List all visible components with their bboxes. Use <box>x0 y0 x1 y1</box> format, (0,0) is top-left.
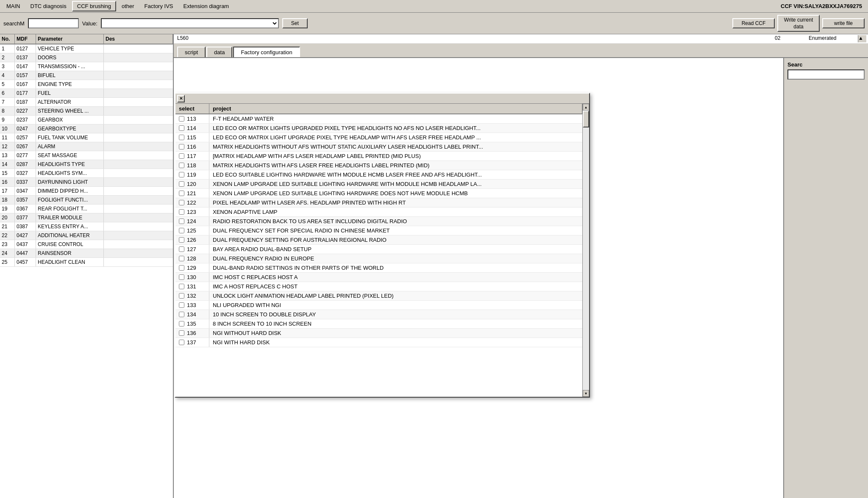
tab-factory-config[interactable]: Factory configuration <box>233 47 300 57</box>
project-checkbox[interactable] <box>179 172 184 177</box>
project-checkbox[interactable] <box>179 219 184 224</box>
project-select-cell[interactable]: 133 <box>175 301 209 310</box>
scroll-track[interactable] <box>583 111 589 390</box>
project-name: MATRIX HEADLIGHTS WITH AFS LASER FREE HE… <box>209 161 582 170</box>
table-body[interactable]: 1 0127 VEHICLE TYPE 2 0137 DOORS 3 0147 … <box>0 44 173 498</box>
project-checkbox[interactable] <box>179 191 184 196</box>
table-row[interactable]: 2 0137 DOORS <box>0 53 173 62</box>
menu-other[interactable]: other <box>117 1 139 11</box>
project-select-cell[interactable]: 137 <box>175 338 209 347</box>
project-checkbox[interactable] <box>179 153 184 159</box>
table-row[interactable]: 23 0437 CRUISE CONTROL <box>0 240 173 249</box>
project-select-cell[interactable]: 118 <box>175 161 209 170</box>
project-select-cell[interactable]: 127 <box>175 245 209 254</box>
search-panel-input[interactable] <box>787 69 865 80</box>
table-row[interactable]: 22 0427 ADDITIONAL HEATER <box>0 231 173 240</box>
table-row[interactable]: 8 0227 STEERING WHEEL ... <box>0 107 173 116</box>
project-checkbox[interactable] <box>179 163 184 168</box>
project-select-cell[interactable]: 135 <box>175 319 209 328</box>
project-name: RADIO RESTORATION BACK TO US AREA SET IN… <box>209 217 582 226</box>
read-ccf-button[interactable]: Read CCF <box>732 18 775 28</box>
table-row[interactable]: 19 0367 REAR FOGLIGHT T... <box>0 205 173 213</box>
project-checkbox[interactable] <box>179 228 184 233</box>
table-row[interactable]: 16 0337 DAYRUNNING LIGHT <box>0 178 173 187</box>
menu-ccf[interactable]: CCF brushing <box>72 1 116 11</box>
tab-script[interactable]: script <box>177 47 206 57</box>
project-checkbox[interactable] <box>179 200 184 205</box>
project-checkbox[interactable] <box>179 293 184 299</box>
popup-close-button[interactable]: ✕ <box>177 95 185 102</box>
project-checkbox[interactable] <box>179 321 184 326</box>
write-file-button[interactable]: write file <box>822 18 865 28</box>
project-select-cell[interactable]: 113 <box>175 114 209 123</box>
project-select-cell[interactable]: 122 <box>175 198 209 207</box>
project-checkbox[interactable] <box>179 302 184 308</box>
tab-data[interactable]: data <box>206 47 232 57</box>
project-select-cell[interactable]: 116 <box>175 142 209 151</box>
project-checkbox[interactable] <box>179 312 184 317</box>
scroll-thumb[interactable] <box>583 111 589 127</box>
project-checkbox[interactable] <box>179 265 184 271</box>
project-checkbox[interactable] <box>179 274 184 280</box>
project-select-cell[interactable]: 128 <box>175 254 209 263</box>
project-select-cell[interactable]: 120 <box>175 180 209 188</box>
table-row[interactable]: 15 0327 HEADLIGHTS SYM... <box>0 169 173 178</box>
project-select-cell[interactable]: 131 <box>175 282 209 291</box>
project-checkbox[interactable] <box>179 340 184 345</box>
value-select[interactable] <box>101 18 279 28</box>
project-checkbox[interactable] <box>179 181 184 187</box>
search-input[interactable] <box>28 18 79 28</box>
project-select-cell[interactable]: 117 <box>175 152 209 160</box>
table-row[interactable]: 6 0177 FUEL <box>0 89 173 98</box>
table-row[interactable]: 1 0127 VEHICLE TYPE <box>0 44 173 53</box>
menu-factory-ivs[interactable]: Factory IVS <box>140 1 178 11</box>
project-select-cell[interactable]: 114 <box>175 124 209 133</box>
menu-dtc[interactable]: DTC diagnosis <box>26 1 71 11</box>
project-select-cell[interactable]: 134 <box>175 310 209 319</box>
table-row[interactable]: 12 0267 ALARM <box>0 142 173 151</box>
popup-scrollbar[interactable]: ▲ ▼ <box>582 104 589 397</box>
set-button[interactable]: Set <box>282 18 308 28</box>
project-select-cell[interactable]: 125 <box>175 226 209 235</box>
table-row[interactable]: 13 0277 SEAT MASSAGE <box>0 151 173 160</box>
project-select-cell[interactable]: 130 <box>175 273 209 282</box>
table-row[interactable]: 10 0247 GEARBOXTYPE <box>0 125 173 133</box>
project-select-cell[interactable]: 115 <box>175 133 209 142</box>
table-row[interactable]: 3 0147 TRANSMISSION - ... <box>0 62 173 71</box>
project-select-cell[interactable]: 123 <box>175 208 209 216</box>
menu-main[interactable]: MAIN <box>2 1 25 11</box>
project-select-cell[interactable]: 121 <box>175 189 209 198</box>
project-checkbox[interactable] <box>179 209 184 215</box>
project-checkbox[interactable] <box>179 144 184 149</box>
project-select-cell[interactable]: 136 <box>175 329 209 338</box>
table-row[interactable]: 25 0457 HEADLIGHT CLEAN <box>0 258 173 267</box>
table-row[interactable]: 9 0237 GEARBOX <box>0 116 173 125</box>
project-select-cell[interactable]: 129 <box>175 263 209 272</box>
project-select-cell[interactable]: 119 <box>175 170 209 179</box>
menu-extension[interactable]: Extension diagram <box>179 1 234 11</box>
project-checkbox[interactable] <box>179 116 184 122</box>
table-row[interactable]: 18 0357 FOGLIGHT FUNCTI... <box>0 196 173 205</box>
scroll-up-button[interactable]: ▲ <box>583 104 589 111</box>
table-row[interactable]: 4 0157 BIFUEL <box>0 71 173 80</box>
project-select-cell[interactable]: 126 <box>175 235 209 244</box>
table-row[interactable]: 5 0167 ENGINE TYPE <box>0 80 173 89</box>
table-row[interactable]: 20 0377 TRAILER MODULE <box>0 213 173 222</box>
table-row[interactable]: 7 0187 ALTERNATOR <box>0 98 173 107</box>
project-checkbox[interactable] <box>179 330 184 336</box>
table-row[interactable]: 21 0387 KEYLESS ENTRY A... <box>0 222 173 231</box>
project-checkbox[interactable] <box>179 246 184 252</box>
table-row[interactable]: 11 0257 FUEL TANK VOLUME <box>0 133 173 142</box>
scroll-down-button[interactable]: ▼ <box>583 390 589 397</box>
project-checkbox[interactable] <box>179 125 184 131</box>
write-current-data-button[interactable]: Write current data <box>777 15 820 32</box>
project-checkbox[interactable] <box>179 135 184 140</box>
project-select-cell[interactable]: 124 <box>175 217 209 226</box>
project-checkbox[interactable] <box>179 237 184 243</box>
table-row[interactable]: 17 0347 DIMMED DIPPED H... <box>0 187 173 196</box>
table-row[interactable]: 14 0287 HEADLIGHTS TYPE <box>0 160 173 169</box>
table-row[interactable]: 24 0447 RAINSENSOR <box>0 249 173 258</box>
project-checkbox[interactable] <box>179 256 184 261</box>
project-checkbox[interactable] <box>179 284 184 289</box>
project-select-cell[interactable]: 132 <box>175 291 209 300</box>
